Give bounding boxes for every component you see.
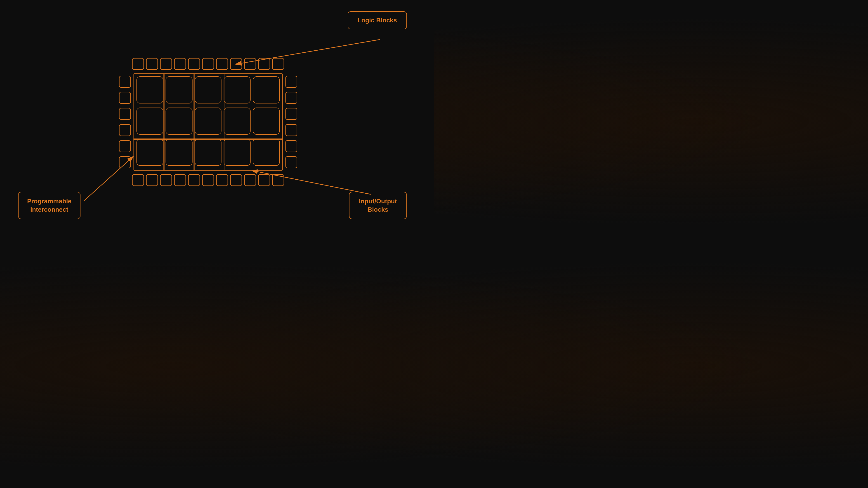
left-io-col [119,73,133,170]
logic-block [253,139,280,166]
logic-block [136,139,163,166]
logic-block [253,76,280,103]
logic-block [165,107,192,135]
left-io-block [119,92,131,104]
right-io-block [285,124,297,136]
left-io-block [119,76,131,88]
top-io-block [146,58,158,70]
bottom-io-block [146,174,158,186]
logic-block [165,139,192,166]
logic-block [195,107,221,135]
bottom-io-block [258,174,270,186]
right-io-block [285,92,297,104]
logic-block [136,107,163,135]
left-io-block [119,156,131,168]
right-io-block [285,76,297,88]
io-blocks-label-2: Blocks [359,205,397,214]
logic-block [195,76,221,103]
top-io-block [258,58,270,70]
logic-block [195,139,221,166]
logic-grid-area [133,73,283,170]
top-io-row [119,58,297,70]
logic-block [136,76,163,103]
io-blocks-label-1: Input/Output [359,197,397,205]
logic-block [224,76,251,103]
bottom-io-block [272,174,284,186]
logic-blocks-label: Logic Blocks [358,17,397,24]
programmable-interconnect-label-1: Programmable [27,197,71,205]
bottom-io-row [119,174,297,186]
right-io-col [283,73,297,170]
top-io-block [174,58,186,70]
left-io-block [119,108,131,120]
bottom-io-block [160,174,172,186]
logic-block [165,76,192,103]
programmable-interconnect-callout: Programmable Interconnect [18,192,81,219]
bottom-io-block [188,174,200,186]
top-io-block [244,58,256,70]
top-io-block [230,58,242,70]
top-io-block [160,58,172,70]
logic-blocks-grid [133,73,283,170]
programmable-interconnect-label-2: Interconnect [27,205,71,214]
logic-block [224,107,251,135]
io-blocks-callout: Input/Output Blocks [349,192,407,219]
left-io-block [119,124,131,136]
bottom-io-block [244,174,256,186]
bottom-io-block [132,174,144,186]
top-io-block [188,58,200,70]
bottom-io-block [202,174,214,186]
bottom-io-block [174,174,186,186]
logic-block [253,107,280,135]
left-io-block [119,140,131,152]
logic-blocks-callout: Logic Blocks [348,11,407,29]
right-io-block [285,140,297,152]
right-io-block [285,108,297,120]
logic-block [224,139,251,166]
top-io-block [202,58,214,70]
top-io-block [132,58,144,70]
top-io-block [216,58,228,70]
bottom-io-block [230,174,242,186]
bottom-io-block [216,174,228,186]
right-io-block [285,156,297,168]
top-io-block [272,58,284,70]
